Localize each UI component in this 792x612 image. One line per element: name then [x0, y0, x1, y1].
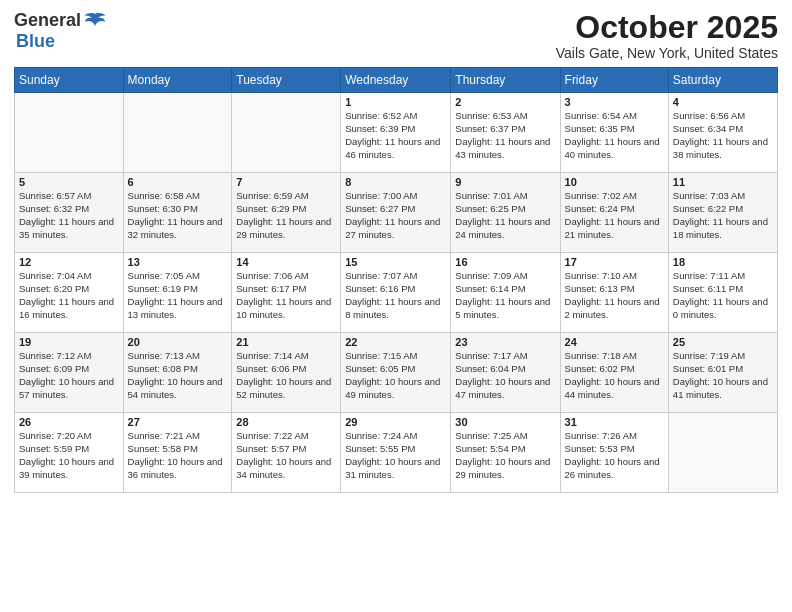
- calendar-week-row: 1Sunrise: 6:52 AMSunset: 6:39 PMDaylight…: [15, 93, 778, 173]
- day-content: Sunrise: 7:13 AMSunset: 6:08 PMDaylight:…: [128, 350, 228, 401]
- col-monday: Monday: [123, 68, 232, 93]
- day-number: 30: [455, 416, 555, 428]
- header: General Blue October 2025 Vails Gate, Ne…: [14, 10, 778, 61]
- day-number: 31: [565, 416, 664, 428]
- day-number: 14: [236, 256, 336, 268]
- day-number: 12: [19, 256, 119, 268]
- table-row: 19Sunrise: 7:12 AMSunset: 6:09 PMDayligh…: [15, 333, 124, 413]
- table-row: [232, 93, 341, 173]
- col-friday: Friday: [560, 68, 668, 93]
- calendar: Sunday Monday Tuesday Wednesday Thursday…: [14, 67, 778, 493]
- calendar-week-row: 26Sunrise: 7:20 AMSunset: 5:59 PMDayligh…: [15, 413, 778, 493]
- table-row: 29Sunrise: 7:24 AMSunset: 5:55 PMDayligh…: [341, 413, 451, 493]
- table-row: 3Sunrise: 6:54 AMSunset: 6:35 PMDaylight…: [560, 93, 668, 173]
- day-number: 3: [565, 96, 664, 108]
- day-content: Sunrise: 7:01 AMSunset: 6:25 PMDaylight:…: [455, 190, 555, 241]
- day-number: 24: [565, 336, 664, 348]
- day-number: 15: [345, 256, 446, 268]
- day-content: Sunrise: 7:10 AMSunset: 6:13 PMDaylight:…: [565, 270, 664, 321]
- day-content: Sunrise: 7:07 AMSunset: 6:16 PMDaylight:…: [345, 270, 446, 321]
- day-content: Sunrise: 7:25 AMSunset: 5:54 PMDaylight:…: [455, 430, 555, 481]
- table-row: 31Sunrise: 7:26 AMSunset: 5:53 PMDayligh…: [560, 413, 668, 493]
- day-number: 10: [565, 176, 664, 188]
- location: Vails Gate, New York, United States: [556, 45, 778, 61]
- day-number: 4: [673, 96, 773, 108]
- day-number: 16: [455, 256, 555, 268]
- table-row: 13Sunrise: 7:05 AMSunset: 6:19 PMDayligh…: [123, 253, 232, 333]
- day-number: 18: [673, 256, 773, 268]
- day-number: 28: [236, 416, 336, 428]
- col-wednesday: Wednesday: [341, 68, 451, 93]
- day-number: 5: [19, 176, 119, 188]
- day-number: 19: [19, 336, 119, 348]
- col-tuesday: Tuesday: [232, 68, 341, 93]
- calendar-week-row: 19Sunrise: 7:12 AMSunset: 6:09 PMDayligh…: [15, 333, 778, 413]
- table-row: 8Sunrise: 7:00 AMSunset: 6:27 PMDaylight…: [341, 173, 451, 253]
- calendar-week-row: 12Sunrise: 7:04 AMSunset: 6:20 PMDayligh…: [15, 253, 778, 333]
- table-row: 25Sunrise: 7:19 AMSunset: 6:01 PMDayligh…: [668, 333, 777, 413]
- table-row: 4Sunrise: 6:56 AMSunset: 6:34 PMDaylight…: [668, 93, 777, 173]
- day-content: Sunrise: 6:53 AMSunset: 6:37 PMDaylight:…: [455, 110, 555, 161]
- table-row: 11Sunrise: 7:03 AMSunset: 6:22 PMDayligh…: [668, 173, 777, 253]
- day-content: Sunrise: 7:02 AMSunset: 6:24 PMDaylight:…: [565, 190, 664, 241]
- day-content: Sunrise: 7:11 AMSunset: 6:11 PMDaylight:…: [673, 270, 773, 321]
- day-number: 13: [128, 256, 228, 268]
- day-content: Sunrise: 6:56 AMSunset: 6:34 PMDaylight:…: [673, 110, 773, 161]
- day-content: Sunrise: 7:12 AMSunset: 6:09 PMDaylight:…: [19, 350, 119, 401]
- day-number: 20: [128, 336, 228, 348]
- table-row: 6Sunrise: 6:58 AMSunset: 6:30 PMDaylight…: [123, 173, 232, 253]
- table-row: 16Sunrise: 7:09 AMSunset: 6:14 PMDayligh…: [451, 253, 560, 333]
- month-title: October 2025: [556, 10, 778, 45]
- day-content: Sunrise: 6:54 AMSunset: 6:35 PMDaylight:…: [565, 110, 664, 161]
- day-number: 22: [345, 336, 446, 348]
- calendar-week-row: 5Sunrise: 6:57 AMSunset: 6:32 PMDaylight…: [15, 173, 778, 253]
- day-number: 17: [565, 256, 664, 268]
- table-row: [123, 93, 232, 173]
- day-number: 6: [128, 176, 228, 188]
- col-thursday: Thursday: [451, 68, 560, 93]
- table-row: 30Sunrise: 7:25 AMSunset: 5:54 PMDayligh…: [451, 413, 560, 493]
- day-number: 29: [345, 416, 446, 428]
- day-content: Sunrise: 7:15 AMSunset: 6:05 PMDaylight:…: [345, 350, 446, 401]
- day-number: 26: [19, 416, 119, 428]
- day-content: Sunrise: 7:00 AMSunset: 6:27 PMDaylight:…: [345, 190, 446, 241]
- table-row: 26Sunrise: 7:20 AMSunset: 5:59 PMDayligh…: [15, 413, 124, 493]
- calendar-header-row: Sunday Monday Tuesday Wednesday Thursday…: [15, 68, 778, 93]
- day-number: 21: [236, 336, 336, 348]
- title-block: October 2025 Vails Gate, New York, Unite…: [556, 10, 778, 61]
- day-number: 11: [673, 176, 773, 188]
- table-row: 27Sunrise: 7:21 AMSunset: 5:58 PMDayligh…: [123, 413, 232, 493]
- day-number: 8: [345, 176, 446, 188]
- day-content: Sunrise: 7:09 AMSunset: 6:14 PMDaylight:…: [455, 270, 555, 321]
- table-row: 12Sunrise: 7:04 AMSunset: 6:20 PMDayligh…: [15, 253, 124, 333]
- table-row: 28Sunrise: 7:22 AMSunset: 5:57 PMDayligh…: [232, 413, 341, 493]
- logo: General Blue: [14, 10, 106, 52]
- day-content: Sunrise: 7:19 AMSunset: 6:01 PMDaylight:…: [673, 350, 773, 401]
- day-content: Sunrise: 7:06 AMSunset: 6:17 PMDaylight:…: [236, 270, 336, 321]
- page: General Blue October 2025 Vails Gate, Ne…: [0, 0, 792, 612]
- table-row: 21Sunrise: 7:14 AMSunset: 6:06 PMDayligh…: [232, 333, 341, 413]
- logo-general: General: [14, 10, 81, 31]
- table-row: 20Sunrise: 7:13 AMSunset: 6:08 PMDayligh…: [123, 333, 232, 413]
- day-number: 7: [236, 176, 336, 188]
- day-number: 2: [455, 96, 555, 108]
- table-row: 17Sunrise: 7:10 AMSunset: 6:13 PMDayligh…: [560, 253, 668, 333]
- table-row: 1Sunrise: 6:52 AMSunset: 6:39 PMDaylight…: [341, 93, 451, 173]
- table-row: 9Sunrise: 7:01 AMSunset: 6:25 PMDaylight…: [451, 173, 560, 253]
- day-content: Sunrise: 6:57 AMSunset: 6:32 PMDaylight:…: [19, 190, 119, 241]
- day-content: Sunrise: 6:58 AMSunset: 6:30 PMDaylight:…: [128, 190, 228, 241]
- table-row: 14Sunrise: 7:06 AMSunset: 6:17 PMDayligh…: [232, 253, 341, 333]
- logo-blue: Blue: [16, 31, 55, 52]
- table-row: 24Sunrise: 7:18 AMSunset: 6:02 PMDayligh…: [560, 333, 668, 413]
- table-row: 22Sunrise: 7:15 AMSunset: 6:05 PMDayligh…: [341, 333, 451, 413]
- table-row: [668, 413, 777, 493]
- day-content: Sunrise: 6:59 AMSunset: 6:29 PMDaylight:…: [236, 190, 336, 241]
- day-content: Sunrise: 7:05 AMSunset: 6:19 PMDaylight:…: [128, 270, 228, 321]
- day-number: 27: [128, 416, 228, 428]
- day-content: Sunrise: 7:24 AMSunset: 5:55 PMDaylight:…: [345, 430, 446, 481]
- day-number: 9: [455, 176, 555, 188]
- day-content: Sunrise: 7:03 AMSunset: 6:22 PMDaylight:…: [673, 190, 773, 241]
- day-number: 1: [345, 96, 446, 108]
- day-content: Sunrise: 7:18 AMSunset: 6:02 PMDaylight:…: [565, 350, 664, 401]
- logo-bird-icon: [84, 12, 106, 30]
